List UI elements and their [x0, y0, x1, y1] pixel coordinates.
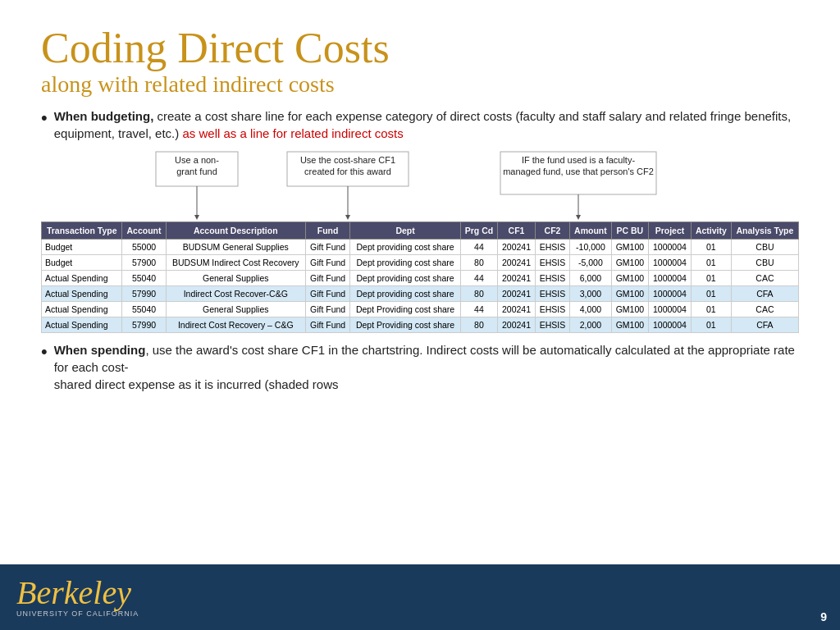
table-cell: 200241	[498, 317, 536, 333]
bullet-2-bold: When spending	[54, 343, 146, 357]
table-cell: 3,000	[570, 286, 612, 302]
table-cell: CAC	[731, 302, 798, 317]
table-cell: 01	[691, 302, 731, 317]
table-cell: Dept Providing cost share	[350, 302, 461, 317]
table-cell: Actual Spending	[42, 286, 122, 302]
table-header-cell: Dept	[350, 222, 461, 240]
table-cell: EHSIS	[535, 302, 569, 317]
table-header-cell: Activity	[691, 222, 731, 240]
table-cell: 200241	[498, 302, 536, 317]
table-row: Actual Spending55040General SuppliesGift…	[42, 271, 799, 286]
table-cell: 55040	[122, 271, 166, 286]
table-cell: CFA	[731, 286, 798, 302]
svg-text:Use the cost-share CF1: Use the cost-share CF1	[300, 155, 395, 165]
table-cell: 1000004	[648, 302, 691, 317]
bottom-bar: Berkeley UNIVERSITY OF CALIFORNIA 9	[0, 564, 840, 630]
table-cell: 01	[691, 255, 731, 271]
table-cell: 2,000	[570, 317, 612, 333]
table-cell: Dept Providing cost share	[350, 317, 461, 333]
bullet-2-text2: shared direct expense as it is incurred …	[54, 377, 339, 391]
table-cell: 01	[691, 317, 731, 333]
table-cell: 01	[691, 286, 731, 302]
table-cell: 200241	[498, 240, 536, 255]
table-cell: 80	[460, 317, 497, 333]
bottom-section: • When spending, use the award's cost sh…	[41, 341, 799, 393]
svg-text:IF the fund used is a faculty-: IF the fund used is a faculty-	[522, 155, 636, 165]
table-cell: Gift Fund	[305, 302, 349, 317]
berkeley-logo: Berkeley UNIVERSITY OF CALIFORNIA	[16, 577, 139, 618]
table-cell: Dept providing cost share	[350, 255, 461, 271]
table-cell: GM100	[611, 240, 648, 255]
svg-text:grant fund: grant fund	[176, 167, 217, 176]
page-subtitle: along with related indirect costs	[41, 71, 799, 98]
table-cell: 55000	[122, 240, 166, 255]
table-cell: 1000004	[648, 271, 691, 286]
table-row: Budget55000BUDSUM General SuppliesGift F…	[42, 240, 799, 255]
table-cell: GM100	[611, 271, 648, 286]
table-cell: -10,000	[570, 240, 612, 255]
table-cell: Dept providing cost share	[350, 286, 461, 302]
table-header-cell: CF2	[535, 222, 569, 240]
page-title: Coding Direct Costs	[41, 25, 799, 71]
bullet-2: • When spending, use the award's cost sh…	[41, 341, 799, 393]
table-cell: Gift Fund	[305, 286, 349, 302]
table-cell: 44	[460, 302, 497, 317]
bullet-1-content: When budgeting, create a cost share line…	[54, 107, 799, 142]
table-header-cell: Prg Cd	[460, 222, 497, 240]
table-row: Actual Spending55040General SuppliesGift…	[42, 302, 799, 317]
table-header-row: Transaction TypeAccountAccount Descripti…	[42, 222, 799, 240]
table-cell: 4,000	[570, 302, 612, 317]
bullet-1-red: as well as a line for related indirect c…	[182, 126, 403, 140]
bullet-2-text: , use the award's cost share CF1 in the …	[54, 343, 795, 374]
table-cell: Actual Spending	[42, 271, 122, 286]
bullet-dot-2: •	[41, 340, 48, 365]
callout-svg: Use a non- grant fund Use the cost-share…	[41, 150, 799, 220]
slide: Coding Direct Costs along with related i…	[0, 0, 840, 630]
table-cell: CBU	[731, 240, 798, 255]
table-cell: 200241	[498, 271, 536, 286]
table-cell: Indirect Cost Recovery – C&G	[166, 317, 305, 333]
table-header-cell: Fund	[305, 222, 349, 240]
table-row: Budget57900BUDSUM Indirect Cost Recovery…	[42, 255, 799, 271]
bullet-2-content: When spending, use the award's cost shar…	[54, 341, 799, 393]
table-cell: -5,000	[570, 255, 612, 271]
table-row: Actual Spending57990Indirect Cost Recove…	[42, 286, 799, 302]
bullet-dot-1: •	[41, 106, 48, 131]
bullet-1: • When budgeting, create a cost share li…	[41, 107, 799, 142]
table-cell: CAC	[731, 271, 798, 286]
table-cell: Actual Spending	[42, 317, 122, 333]
table-cell: EHSIS	[535, 271, 569, 286]
table-cell: Dept providing cost share	[350, 240, 461, 255]
table-cell: Budget	[42, 255, 122, 271]
bullet-1-bold: When budgeting,	[54, 109, 154, 123]
table-cell: Indirect Cost Recover-C&G	[166, 286, 305, 302]
svg-text:Use a non-: Use a non-	[175, 155, 219, 165]
page-number: 9	[820, 610, 827, 623]
table-cell: Gift Fund	[305, 240, 349, 255]
table-cell: EHSIS	[535, 317, 569, 333]
table-cell: Budget	[42, 240, 122, 255]
table-cell: Gift Fund	[305, 271, 349, 286]
table-header-cell: CF1	[498, 222, 536, 240]
bullet-1-text: create a cost share line for each expens…	[54, 109, 791, 140]
table-header-cell: PC BU	[611, 222, 648, 240]
table-cell: 1000004	[648, 317, 691, 333]
berkeley-name: Berkeley	[16, 577, 139, 609]
table-cell: EHSIS	[535, 286, 569, 302]
table-header-cell: Transaction Type	[42, 222, 122, 240]
table-cell: 55040	[122, 302, 166, 317]
table-cell: 80	[460, 286, 497, 302]
table-cell: 1000004	[648, 286, 691, 302]
table-cell: 80	[460, 255, 497, 271]
table-cell: CBU	[731, 255, 798, 271]
table-header-cell: Account	[122, 222, 166, 240]
table-header-cell: Account Description	[166, 222, 305, 240]
table-cell: 200241	[498, 286, 536, 302]
data-table: Transaction TypeAccountAccount Descripti…	[41, 221, 799, 333]
table-cell: 01	[691, 240, 731, 255]
table-header-cell: Analysis Type	[731, 222, 798, 240]
table-cell: BUDSUM General Supplies	[166, 240, 305, 255]
table-cell: GM100	[611, 302, 648, 317]
table-cell: Actual Spending	[42, 302, 122, 317]
table-cell: 1000004	[648, 255, 691, 271]
